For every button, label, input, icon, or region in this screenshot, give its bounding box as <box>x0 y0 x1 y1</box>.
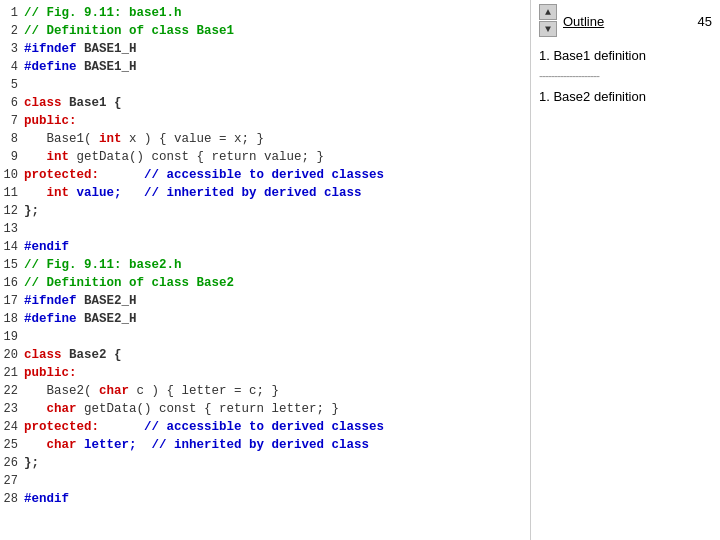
line-number: 8 <box>0 130 24 148</box>
line-number: 3 <box>0 40 24 58</box>
right-panel: ▲ ▼ Outline 45 1. Base1 definition -----… <box>530 0 720 540</box>
code-line: 13 <box>0 220 530 238</box>
line-content: #define BASE1_H <box>24 58 530 76</box>
line-number: 20 <box>0 346 24 364</box>
code-line: 6class Base1 { <box>0 94 530 112</box>
line-content: Base2( char c ) { letter = c; } <box>24 382 530 400</box>
line-number: 11 <box>0 184 24 202</box>
line-number: 12 <box>0 202 24 220</box>
line-number: 23 <box>0 400 24 418</box>
line-content: #define BASE2_H <box>24 310 530 328</box>
line-content: // Fig. 9.11: base2.h <box>24 256 530 274</box>
line-content: int getData() const { return value; } <box>24 148 530 166</box>
line-content: class Base1 { <box>24 94 530 112</box>
code-line: 18#define BASE2_H <box>0 310 530 328</box>
code-line: 9 int getData() const { return value; } <box>0 148 530 166</box>
outline-header: ▲ ▼ Outline 45 <box>539 4 712 38</box>
code-line: 17#ifndef BASE2_H <box>0 292 530 310</box>
line-content: char getData() const { return letter; } <box>24 400 530 418</box>
line-content: #endif <box>24 490 530 508</box>
scroll-arrows[interactable]: ▲ ▼ <box>539 4 557 38</box>
code-line: 10protected: // accessible to derived cl… <box>0 166 530 184</box>
line-number: 2 <box>0 22 24 40</box>
line-number: 5 <box>0 76 24 94</box>
code-line: 21public: <box>0 364 530 382</box>
code-line: 14#endif <box>0 238 530 256</box>
line-content: public: <box>24 112 530 130</box>
code-panel: 1// Fig. 9.11: base1.h2// Definition of … <box>0 0 530 540</box>
line-number: 7 <box>0 112 24 130</box>
code-line: 20class Base2 { <box>0 346 530 364</box>
line-content: #ifndef BASE2_H <box>24 292 530 310</box>
line-number: 21 <box>0 364 24 382</box>
line-number: 10 <box>0 166 24 184</box>
line-number: 26 <box>0 454 24 472</box>
line-content: }; <box>24 454 530 472</box>
line-content: #endif <box>24 238 530 256</box>
line-number: 4 <box>0 58 24 76</box>
code-line: 2// Definition of class Base1 <box>0 22 530 40</box>
line-number: 19 <box>0 328 24 346</box>
outline-item-2[interactable]: 1. Base2 definition <box>539 89 712 104</box>
line-content: protected: // accessible to derived clas… <box>24 418 530 436</box>
scroll-down-button[interactable]: ▼ <box>539 21 557 37</box>
code-line: 11 int value; // inherited by derived cl… <box>0 184 530 202</box>
code-line: 24protected: // accessible to derived cl… <box>0 418 530 436</box>
line-number: 18 <box>0 310 24 328</box>
line-number: 16 <box>0 274 24 292</box>
code-line: 1// Fig. 9.11: base1.h <box>0 4 530 22</box>
code-line: 8 Base1( int x ) { value = x; } <box>0 130 530 148</box>
line-number: 22 <box>0 382 24 400</box>
line-content: char letter; // inherited by derived cla… <box>24 436 530 454</box>
line-number: 28 <box>0 490 24 508</box>
code-line: 27 <box>0 472 530 490</box>
code-line: 15// Fig. 9.11: base2.h <box>0 256 530 274</box>
scroll-up-button[interactable]: ▲ <box>539 4 557 20</box>
outline-title: Outline <box>563 14 604 29</box>
line-number: 25 <box>0 436 24 454</box>
line-content: // Definition of class Base1 <box>24 22 530 40</box>
code-line: 7public: <box>0 112 530 130</box>
line-number: 9 <box>0 148 24 166</box>
line-number: 27 <box>0 472 24 490</box>
page-number: 45 <box>698 14 712 29</box>
line-content: public: <box>24 364 530 382</box>
line-content: class Base2 { <box>24 346 530 364</box>
code-line: 22 Base2( char c ) { letter = c; } <box>0 382 530 400</box>
outline-item-1[interactable]: 1. Base1 definition <box>539 48 712 63</box>
code-line: 23 char getData() const { return letter;… <box>0 400 530 418</box>
line-number: 1 <box>0 4 24 22</box>
code-line: 16// Definition of class Base2 <box>0 274 530 292</box>
code-line: 25 char letter; // inherited by derived … <box>0 436 530 454</box>
line-content: Base1( int x ) { value = x; } <box>24 130 530 148</box>
line-number: 24 <box>0 418 24 436</box>
line-number: 17 <box>0 292 24 310</box>
code-line: 12}; <box>0 202 530 220</box>
code-line: 4#define BASE1_H <box>0 58 530 76</box>
outline-content: 1. Base1 definition --------------------… <box>539 48 712 108</box>
line-content: protected: // accessible to derived clas… <box>24 166 530 184</box>
line-content: int value; // inherited by derived class <box>24 184 530 202</box>
outline-divider: -------------------- <box>539 69 712 83</box>
code-line: 26}; <box>0 454 530 472</box>
line-content: #ifndef BASE1_H <box>24 40 530 58</box>
line-content: }; <box>24 202 530 220</box>
line-content: // Definition of class Base2 <box>24 274 530 292</box>
code-line: 28#endif <box>0 490 530 508</box>
code-line: 19 <box>0 328 530 346</box>
line-content: // Fig. 9.11: base1.h <box>24 4 530 22</box>
code-line: 3#ifndef BASE1_H <box>0 40 530 58</box>
code-line: 5 <box>0 76 530 94</box>
line-number: 6 <box>0 94 24 112</box>
line-number: 13 <box>0 220 24 238</box>
line-number: 14 <box>0 238 24 256</box>
line-number: 15 <box>0 256 24 274</box>
